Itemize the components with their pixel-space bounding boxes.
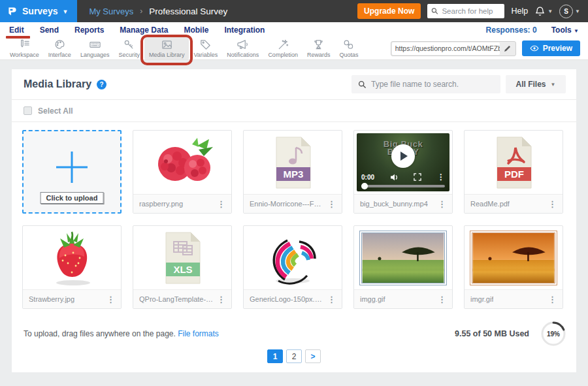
help-search-input[interactable] (442, 7, 500, 15)
green-landscape-thumbnail (361, 233, 445, 283)
account-menu-button[interactable]: S ▼ (559, 5, 580, 18)
media-card-xls[interactable]: XLS QPro-LangTemplate-April... ⋮ (133, 225, 232, 309)
toolbar-item-security[interactable]: Security (114, 37, 144, 59)
product-label: Surveys (22, 6, 57, 16)
page-button-1[interactable]: 1 (267, 349, 283, 363)
toolbar-item-variables[interactable]: Variables (189, 37, 222, 59)
file-name: Strawberry.jpg (29, 295, 74, 303)
chevron-down-icon: ▼ (574, 28, 579, 34)
tools-menu[interactable]: Tools ▼ (551, 25, 579, 35)
select-all-checkbox[interactable] (24, 106, 32, 115)
video-player-thumbnail: Big Buck BUNNY 0:00 ⋮ (357, 133, 449, 191)
video-menu-icon[interactable]: ⋮ (437, 172, 445, 182)
tools-label: Tools (551, 25, 572, 35)
framed-image (359, 231, 447, 285)
card-menu-icon[interactable]: ⋮ (434, 295, 449, 304)
media-card-logo[interactable]: GenericLogo-150px.png ⋮ (243, 225, 342, 309)
video-time: 0:00 (361, 174, 374, 181)
strawberry-thumbnail (41, 229, 103, 287)
all-files-dropdown[interactable]: All Files ▼ (506, 75, 566, 93)
file-name: imgg.gif (360, 295, 385, 303)
search-icon (358, 80, 367, 89)
media-card-raspberry[interactable]: raspberry.png ⋮ (133, 130, 232, 214)
card-menu-icon[interactable]: ⋮ (214, 295, 229, 304)
toolbar-item-completion[interactable]: Completion (263, 37, 302, 59)
survey-nav: Edit Send Reports Manage Data Mobile Int… (0, 22, 588, 37)
completion-icon (277, 39, 289, 51)
security-icon (123, 39, 135, 51)
page-button-2[interactable]: 2 (286, 349, 302, 363)
breadcrumb-my-surveys[interactable]: My Surveys (89, 7, 133, 16)
media-grid: Click to upload (12, 122, 576, 309)
play-button[interactable] (391, 144, 415, 168)
nav-tab-manage-data[interactable]: Manage Data (120, 25, 168, 35)
framed-image (470, 231, 557, 285)
select-all-label: Select All (38, 106, 73, 116)
media-card-pdf[interactable]: PDF ReadMe.pdf ⋮ (464, 130, 563, 214)
file-search-input[interactable] (371, 80, 489, 89)
notifications-bell-button[interactable]: ▼ (534, 6, 553, 17)
media-library-panel: Media Library ? All Files ▼ Select All C… (12, 69, 576, 372)
rewards-icon (312, 39, 325, 51)
file-formats-link[interactable]: File formats (178, 329, 219, 338)
surveys-menu[interactable]: Surveys ▼ (0, 0, 77, 22)
toolbar-item-media-library[interactable]: Media Library (144, 37, 189, 59)
breadcrumb-current: Professional Survey (149, 7, 227, 16)
survey-url-field: https://questionpro.com/t/AOMtFZb6N (391, 41, 516, 56)
storage-usage-gauge: 19% (540, 320, 567, 347)
card-menu-icon[interactable]: ⋮ (545, 295, 560, 304)
card-menu-icon[interactable]: ⋮ (545, 199, 560, 209)
pagination: 1 2 > (12, 348, 576, 372)
notifications-icon (237, 39, 249, 51)
video-progress-bar[interactable] (361, 185, 445, 187)
toolbar-item-workspace[interactable]: Workspace (5, 37, 44, 59)
nav-tab-reports[interactable]: Reports (74, 25, 104, 35)
media-card-video[interactable]: Big Buck BUNNY 0:00 ⋮ (353, 130, 453, 214)
card-menu-icon[interactable]: ⋮ (324, 199, 339, 209)
fullscreen-icon[interactable] (414, 173, 421, 181)
nav-tab-send[interactable]: Send (40, 25, 59, 35)
card-menu-icon[interactable]: ⋮ (103, 295, 118, 304)
toolbar-item-label: Variables (193, 52, 218, 58)
toolbar-item-label: Languages (80, 52, 110, 58)
orange-landscape-thumbnail (472, 233, 555, 283)
svg-text:PDF: PDF (504, 169, 524, 180)
breadcrumb-separator: › (140, 7, 142, 16)
media-card-imgr[interactable]: imgr.gif ⋮ (464, 225, 563, 309)
media-card-strawberry[interactable]: Strawberry.jpg ⋮ (22, 225, 122, 309)
toolbar-item-languages[interactable]: Languages (76, 37, 114, 59)
upload-tile[interactable]: Click to upload (22, 130, 122, 214)
file-name: Ennio-Morricone---For-A-... (250, 200, 324, 208)
help-question-icon[interactable]: ? (97, 80, 106, 89)
pdf-file-thumbnail: PDF (492, 136, 535, 189)
help-link[interactable]: Help (511, 7, 528, 16)
card-menu-icon[interactable]: ⋮ (434, 199, 449, 209)
toolbar-item-notifications[interactable]: Notifications (222, 37, 263, 59)
toolbar-item-quotas[interactable]: Quotas (335, 37, 363, 59)
page-next-button[interactable]: > (305, 349, 321, 363)
preview-label: Preview (543, 44, 572, 53)
variables-icon (199, 39, 212, 51)
nav-tab-edit[interactable]: Edit (9, 25, 24, 35)
toolbar-item-interface[interactable]: Interface (44, 37, 76, 59)
card-menu-icon[interactable]: ⋮ (324, 295, 339, 304)
upgrade-now-button[interactable]: Upgrade Now (357, 3, 421, 19)
toolbar-item-label: Notifications (227, 52, 259, 58)
file-name: ReadMe.pdf (470, 200, 510, 208)
toolbar-item-rewards[interactable]: Rewards (302, 37, 335, 59)
media-card-mp3[interactable]: MP3 Ennio-Morricone---For-A-... ⋮ (243, 130, 342, 214)
svg-text:XLS: XLS (173, 264, 192, 275)
toolbar-item-label: Media Library (149, 52, 185, 58)
responses-count[interactable]: Responses: 0 (486, 25, 537, 35)
preview-button[interactable]: Preview (522, 40, 580, 56)
card-menu-icon[interactable]: ⋮ (214, 199, 229, 209)
survey-url-text[interactable]: https://questionpro.com/t/AOMtFZb6N (392, 42, 500, 55)
nav-tab-mobile[interactable]: Mobile (184, 25, 208, 35)
file-name: raspberry.png (139, 200, 183, 208)
edit-url-pencil-icon[interactable] (500, 45, 515, 52)
media-card-imgg[interactable]: imgg.gif ⋮ (353, 225, 453, 309)
volume-icon[interactable] (390, 174, 399, 181)
nav-tab-integration[interactable]: Integration (224, 25, 265, 35)
toolbar-item-label: Workspace (10, 52, 39, 58)
upload-hint-text: To upload, drag files anywhere on the pa… (24, 329, 176, 338)
